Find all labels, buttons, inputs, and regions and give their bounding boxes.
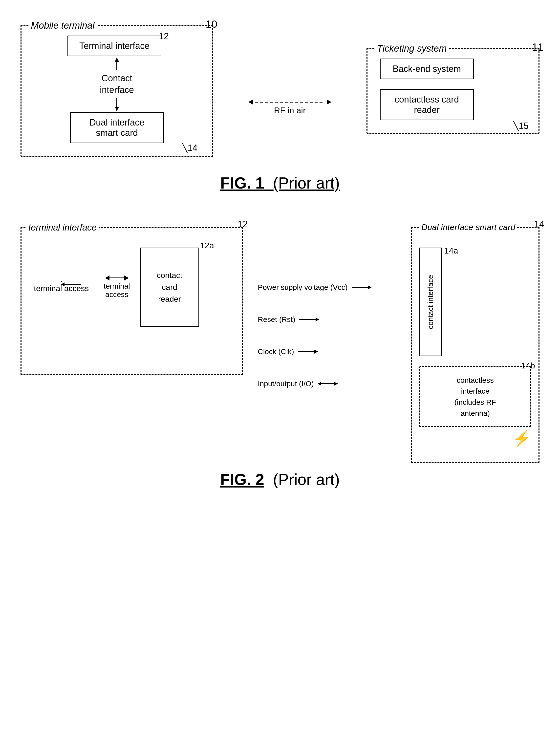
reset-arrow-line: [299, 319, 319, 320]
fig2-left-inner: terminal access terminal access 12a cont: [34, 248, 230, 327]
lightning-symbol: ⚡: [419, 430, 531, 447]
fig1-right-inner: Back-end system contactless card reader …: [380, 59, 526, 120]
terminal-access-section: terminal access: [34, 281, 89, 293]
reset-arrow: [299, 319, 396, 320]
ta-label-below: terminal access: [104, 282, 130, 299]
arrow-head-left: [248, 100, 253, 105]
rf-label: RF in air: [274, 106, 306, 115]
contact-interface-14a: contact interface 14a: [419, 248, 442, 356]
clock-arrow-line: [298, 351, 318, 352]
io-label: Input/output (I/O): [258, 379, 314, 388]
ta-arrow: [61, 281, 62, 282]
access-arrow-section: terminal access: [104, 275, 130, 299]
contactless-reader-box: contactless card reader: [380, 89, 474, 120]
access-line: [110, 277, 124, 278]
ticketing-system-box: Ticketing system 11 Back-end system cont…: [367, 48, 539, 134]
io-signal-row: Input/output (I/O): [258, 379, 396, 388]
dual-interface-box: Dual interface smart card: [70, 112, 164, 143]
fig2-section: terminal interface 12 terminal access: [21, 227, 539, 509]
reset-label: Reset (Rst): [258, 315, 295, 324]
num-12a: 12a: [200, 241, 214, 250]
contact-card-reader-box: contact card reader: [140, 248, 199, 327]
num-14-fig1: ╲14: [182, 143, 197, 153]
fig1-label: FIG. 1 (Prior art): [220, 174, 340, 192]
ticketing-system-label: Ticketing system: [375, 43, 449, 54]
power-arrow-line: [352, 287, 371, 288]
dual-interface-card-label: Dual interface smart card: [419, 222, 517, 232]
contact-card-reader-wrapper: 12a contact card reader: [140, 248, 199, 327]
mobile-terminal-box: Mobile terminal 10 12 Terminal interface…: [21, 25, 213, 157]
clock-signal-row: Clock (Clk): [258, 347, 396, 356]
contact-interface-label: Contact interface: [100, 73, 134, 96]
power-label: Power supply voltage (Vcc): [258, 283, 348, 292]
fig1-left-inner: 12 Terminal interface Contact interface: [34, 36, 200, 143]
contactless-reader-wrapper: contactless card reader ╲15: [380, 89, 526, 120]
clock-label: Clock (Clk): [258, 347, 294, 356]
arrow-head-right: [327, 100, 331, 105]
num-14-fig2: 14: [534, 219, 545, 229]
io-arrow: [318, 383, 396, 384]
power-signal-row: Power supply voltage (Vcc): [258, 283, 396, 292]
contactless-interface-14b: contactless interface (includes RF anten…: [419, 366, 531, 427]
reset-signal-row: Reset (Rst): [258, 315, 396, 324]
arrow-down: [116, 98, 117, 111]
backend-box: Back-end system: [380, 59, 474, 79]
rf-arrow-section: RF in air: [221, 100, 359, 116]
clock-arrow: [298, 351, 396, 352]
terminal-interface-box: Terminal interface: [68, 36, 161, 56]
io-arrow-line: [318, 383, 338, 384]
num-15: ╲15: [513, 121, 529, 131]
arrow-up: [116, 58, 117, 70]
contact-interface-14a-wrapper: contact interface 14a: [419, 248, 531, 356]
rf-dashed-line: [255, 102, 325, 103]
fig1-caption: FIG. 1 (Prior art): [21, 174, 539, 192]
fig1-section: Mobile terminal 10 12 Terminal interface…: [21, 15, 539, 212]
ta-arrow-left: [61, 284, 81, 285]
num-14a: 14a: [444, 246, 458, 256]
fig2-diagram: terminal interface 12 terminal access: [21, 227, 539, 463]
num-12-fig2: 12: [237, 219, 248, 229]
arrow-left-head: [105, 275, 110, 281]
num-14b: 14b: [521, 360, 535, 372]
num-10: 10: [206, 18, 217, 30]
fig2-right-inner: contact interface 14a contactless interf…: [419, 248, 531, 447]
contactless-interface-14b-wrapper: contactless interface (includes RF anten…: [419, 366, 531, 447]
contact-interface-tall-label: contact interface: [426, 275, 435, 329]
fig1-diagram: Mobile terminal 10 12 Terminal interface…: [21, 15, 539, 166]
mobile-terminal-label: Mobile terminal: [29, 20, 97, 31]
power-arrow: [352, 287, 397, 288]
num-11: 11: [532, 41, 544, 53]
rf-arrow: [248, 100, 331, 105]
terminal-interface-dashed-label: terminal interface: [27, 222, 99, 233]
dual-interface-card-dashed: Dual interface smart card 14 contact int…: [411, 227, 539, 463]
fig2-caption: FIG. 2 (Prior art): [21, 471, 539, 489]
access-bidirectional-arrow: [105, 275, 129, 281]
terminal-interface-dashed: terminal interface 12 terminal access: [21, 227, 243, 375]
num-12: 12: [159, 31, 169, 41]
signals-section: Power supply voltage (Vcc) Reset (Rst) C…: [258, 261, 396, 410]
arrow-right-head: [124, 275, 129, 281]
